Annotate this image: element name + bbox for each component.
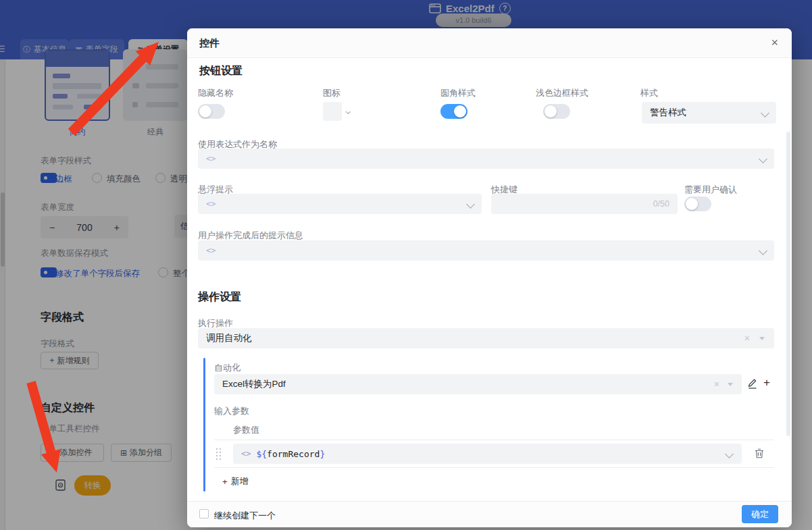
hide-name-toggle[interactable] — [198, 104, 225, 119]
expression-icon: <> — [206, 246, 215, 255]
param-suffix: } — [320, 449, 325, 459]
automation-group-indent — [203, 358, 205, 492]
chevron-down-icon — [725, 450, 734, 458]
param-name: formRecord — [267, 449, 320, 459]
confirm-required-label: 需要用户确认 — [684, 184, 737, 196]
param-prefix: ${ — [256, 449, 267, 459]
screen: Excel2Pdf ? v1.0 build6 ☰ ⓘ 基本信息 ▣ 表单字段 … — [0, 0, 812, 530]
exec-action-value: 调用自动化 — [206, 332, 252, 344]
expression-name-select[interactable]: <> — [198, 149, 774, 169]
automation-label: 自动化 — [214, 362, 240, 374]
icon-picker[interactable] — [323, 102, 342, 121]
chevron-down-icon — [466, 200, 475, 209]
param-value-select[interactable]: <> ${formRecord} — [233, 444, 742, 464]
continue-create-checkbox[interactable] — [199, 509, 209, 519]
shortcut-input[interactable]: 0/50 — [491, 194, 678, 214]
button-settings-heading: 按钮设置 — [199, 64, 243, 78]
chevron-down-icon — [761, 109, 769, 117]
delete-trash-icon[interactable] — [755, 448, 764, 458]
add-param-label: 新增 — [231, 475, 249, 487]
divider — [214, 440, 774, 440]
style-select-value: 警告样式 — [650, 107, 686, 119]
rounded-style-label: 圆角样式 — [440, 87, 476, 99]
exec-action-select[interactable]: 调用自动化 × — [198, 328, 774, 348]
plus-icon: + — [222, 477, 228, 487]
style-label: 样式 — [640, 87, 658, 99]
post-action-message-select[interactable]: <> — [198, 240, 774, 261]
divider — [214, 467, 774, 468]
hide-name-label: 隐藏名称 — [198, 87, 233, 99]
expression-icon: <> — [206, 154, 215, 163]
icon-picker-chevron-icon[interactable] — [346, 109, 351, 114]
automation-value: Excel转换为Pdf — [222, 378, 286, 390]
rounded-style-toggle[interactable] — [440, 104, 467, 119]
control-dialog: 控件 × 按钮设置 隐藏名称 图标 圆角样式 浅色边框样式 样式 警告样式 使用… — [187, 28, 792, 527]
expression-icon: <> — [206, 199, 215, 209]
continue-create-label[interactable]: 继续创建下一个 — [214, 510, 276, 522]
dialog-title: 控件 — [199, 37, 220, 50]
param-value-expression: ${formRecord} — [256, 449, 325, 459]
close-icon[interactable]: × — [771, 36, 778, 49]
caret-down-icon — [728, 383, 733, 386]
confirm-required-toggle[interactable] — [684, 196, 711, 211]
add-automation-icon[interactable]: + — [763, 376, 770, 390]
confirm-button[interactable]: 确定 — [742, 505, 778, 523]
char-counter: 0/50 — [653, 199, 669, 209]
add-param-button[interactable]: + 新增 — [222, 475, 249, 487]
chevron-down-icon — [759, 155, 767, 163]
caret-down-icon — [759, 337, 765, 340]
edit-pencil-icon[interactable] — [748, 378, 758, 389]
icon-label: 图标 — [323, 87, 340, 99]
light-border-label: 浅色边框样式 — [536, 87, 588, 99]
hover-tip-select[interactable]: <> — [198, 194, 482, 214]
drag-handle-icon[interactable] — [215, 448, 222, 460]
style-select[interactable]: 警告样式 — [642, 102, 776, 124]
expression-icon: <> — [241, 449, 251, 458]
dialog-footer — [187, 501, 792, 527]
param-value-column-label: 参数值 — [233, 424, 259, 436]
clear-icon[interactable]: × — [744, 334, 750, 343]
light-border-toggle[interactable] — [543, 104, 570, 119]
action-settings-heading: 操作设置 — [198, 290, 241, 304]
dialog-scrollbar[interactable] — [786, 132, 790, 436]
automation-select[interactable]: Excel转换为Pdf × — [214, 374, 742, 394]
input-params-label: 输入参数 — [214, 405, 249, 417]
dialog-header — [187, 28, 792, 58]
clear-icon[interactable]: × — [714, 379, 719, 389]
chevron-down-icon — [759, 246, 767, 255]
